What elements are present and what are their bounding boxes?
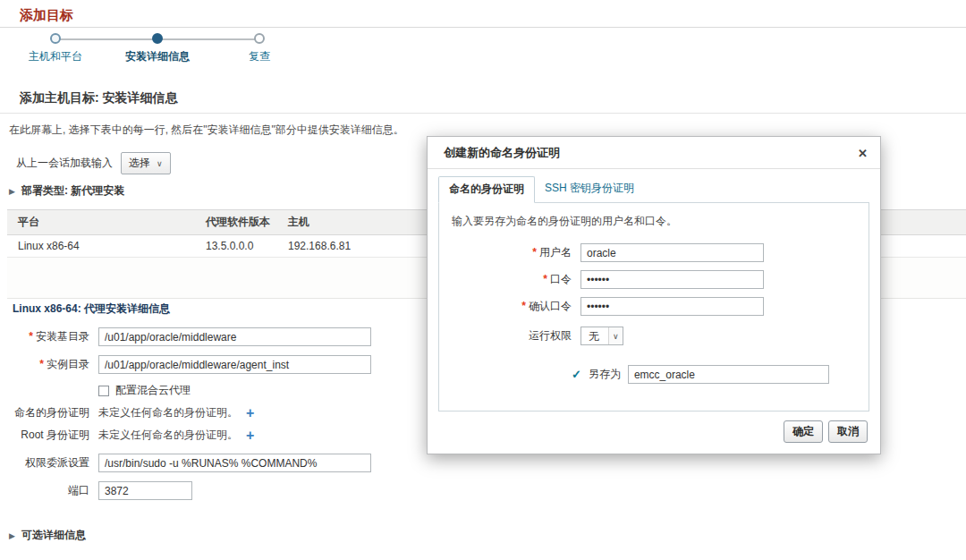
- optional-details-title: 可选详细信息: [21, 528, 86, 543]
- tab-ssh-key-credential[interactable]: SSH 密钥身份证明: [535, 176, 644, 203]
- divider: [0, 27, 966, 28]
- plus-icon: +: [246, 428, 254, 443]
- install-base-dir-input[interactable]: [98, 327, 371, 346]
- add-named-credential-button[interactable]: +: [244, 408, 256, 419]
- hybrid-cloud-checkbox[interactable]: [98, 386, 109, 396]
- agent-details-title: Linux x86-64: 代理安装详细信息: [13, 301, 170, 317]
- check-icon: ✓: [572, 368, 581, 381]
- privilege-delegation-input[interactable]: [98, 454, 371, 472]
- column-header-agent-version: 代理软件版本: [195, 210, 277, 234]
- chevron-down-icon: ∨: [608, 327, 623, 344]
- username-label: *用户名: [448, 245, 572, 260]
- step-label: 安装详细信息: [125, 49, 190, 64]
- instance-dir-input[interactable]: [98, 355, 371, 374]
- required-icon: *: [532, 246, 537, 259]
- confirm-password-input[interactable]: [580, 297, 764, 316]
- step-host-and-platform[interactable]: 主机和平台: [4, 33, 106, 64]
- required-icon: *: [29, 330, 33, 343]
- password-label: *口令: [448, 272, 572, 287]
- named-credential-status: 未定义任何命名的身份证明。: [98, 405, 238, 420]
- dialog-description: 输入要另存为命名的身份证明的用户名和口令。: [452, 214, 860, 229]
- page-description: 在此屏幕上, 选择下表中的每一行, 然后在"安装详细信息"部分中提供安装详细信息…: [9, 123, 404, 138]
- optional-details-toggle[interactable]: ▶ 可选详细信息: [9, 528, 86, 543]
- load-input-row: 从上一会话加载输入 选择 ∨: [16, 152, 171, 174]
- load-input-select-button[interactable]: 选择 ∨: [121, 152, 171, 174]
- agent-details-form: *安装基目录 *实例目录 配置混合云代理 命名的身份证明 未定义任何命名的身份证…: [0, 327, 371, 509]
- password-input[interactable]: [580, 270, 764, 289]
- create-named-credential-dialog: 创建新的命名身份证明 ✕ 命名的身份证明 SSH 密钥身份证明 输入要另存为命名…: [427, 136, 881, 454]
- step-circle-icon: [50, 33, 61, 44]
- column-header-platform: 平台: [7, 210, 195, 234]
- save-as-checkbox[interactable]: ✓: [572, 368, 581, 381]
- cancel-button[interactable]: 取消: [828, 420, 868, 443]
- dialog-header: 创建新的命名身份证明 ✕: [428, 137, 880, 169]
- username-input[interactable]: [580, 243, 764, 262]
- deployment-type-toggle[interactable]: ▶ 部署类型: 新代理安装: [9, 183, 124, 199]
- port-label: 端口: [0, 483, 89, 498]
- run-privilege-label: 运行权限: [448, 328, 572, 344]
- required-icon: *: [39, 358, 44, 370]
- dialog-footer: 确定 取消: [428, 412, 880, 454]
- save-as-input[interactable]: [628, 365, 829, 384]
- privilege-delegation-label: 权限委派设置: [0, 455, 89, 471]
- cell-platform: Linux x86-64: [7, 235, 195, 257]
- ok-button[interactable]: 确定: [784, 420, 823, 443]
- step-installation-details[interactable]: 安装详细信息: [106, 33, 208, 64]
- triangle-right-icon: ▶: [9, 187, 15, 196]
- tab-named-credential[interactable]: 命名的身份证明: [438, 176, 535, 203]
- root-credential-status: 未定义任何命名的身份证明。: [98, 428, 238, 443]
- required-icon: *: [521, 300, 526, 312]
- step-review[interactable]: 复查: [208, 33, 310, 64]
- close-button[interactable]: ✕: [858, 147, 868, 160]
- port-input[interactable]: [98, 481, 192, 500]
- hybrid-cloud-label: 配置混合云代理: [115, 383, 191, 398]
- required-icon: *: [543, 273, 547, 285]
- save-as-label: 另存为: [589, 367, 621, 382]
- selected-value: 无: [581, 327, 608, 344]
- divider: [0, 113, 966, 114]
- dropdown-label: 选择: [129, 156, 150, 171]
- confirm-password-label: *确认口令: [448, 299, 572, 314]
- instance-dir-label: *实例目录: [0, 357, 89, 372]
- install-base-dir-label: *安装基目录: [0, 329, 89, 344]
- step-label: 复查: [249, 49, 270, 64]
- step-circle-icon: [254, 33, 265, 44]
- close-icon: ✕: [858, 147, 868, 160]
- dialog-tabs: 命名的身份证明 SSH 密钥身份证明: [428, 169, 880, 202]
- triangle-right-icon: ▶: [9, 531, 15, 540]
- chevron-down-icon: ∨: [157, 159, 163, 168]
- run-privilege-select[interactable]: 无 ∨: [580, 327, 623, 345]
- deployment-type-title: 部署类型: 新代理安装: [21, 183, 124, 199]
- add-target-page: 添加目标 主机和平台 安装详细信息 复查 添加主机目标: 安装详细信息 在此屏幕…: [0, 0, 966, 560]
- root-credential-label: Root 身份证明: [0, 428, 89, 443]
- step-circle-icon: [152, 33, 163, 44]
- dialog-tab-content: 输入要另存为命名的身份证明的用户名和口令。 *用户名 *口令 *确认口令: [438, 202, 869, 412]
- load-input-label: 从上一会话加载输入: [16, 156, 113, 171]
- dialog-title: 创建新的命名身份证明: [444, 145, 560, 161]
- section-heading: 添加主机目标: 安装详细信息: [20, 90, 178, 106]
- step-label: 主机和平台: [29, 49, 82, 64]
- cell-agent-version: 13.5.0.0.0: [195, 235, 277, 257]
- page-title: 添加目标: [20, 7, 73, 24]
- named-credential-label: 命名的身份证明: [0, 405, 89, 420]
- wizard-stepper: 主机和平台 安装详细信息 复查: [4, 33, 310, 64]
- plus-icon: +: [246, 405, 254, 420]
- add-root-credential-button[interactable]: +: [244, 430, 256, 441]
